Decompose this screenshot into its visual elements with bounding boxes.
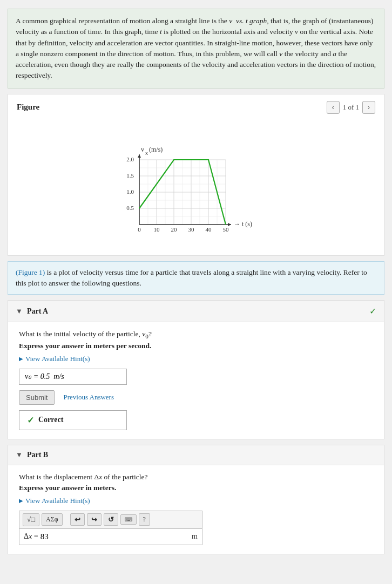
graph-container: 0.5 1.0 1.5 2.0 0 10 20 30 40 50 → t (s)… — [17, 119, 375, 249]
correct-label: Correct — [38, 416, 63, 424]
correct-check-icon: ✓ — [27, 415, 34, 425]
math-redo-button[interactable]: ↪ — [87, 513, 102, 526]
math-reset-button[interactable]: ↺ — [104, 513, 118, 526]
part-a-header[interactable]: ▼ Part A ✓ — [8, 301, 384, 322]
x-axis-label: → t (s) — [234, 220, 252, 228]
intro-box: A common graphical representation of mot… — [8, 9, 384, 89]
part-a-prev-answers-link[interactable]: Previous Answers — [63, 393, 114, 402]
part-a-section: ▼ Part A ✓ What is the initial velocity … — [8, 300, 384, 439]
x-label-50: 50 — [223, 226, 229, 233]
y-label-10: 1.0 — [126, 188, 134, 195]
description-text: is a plot of velocity versus time for a … — [16, 268, 367, 287]
math-sigma-button[interactable]: ΑΣφ — [42, 513, 63, 526]
math-undo-button[interactable]: ↩ — [70, 513, 85, 526]
part-b-header-left: ▼ Part B — [16, 451, 48, 459]
figure-section: Figure ‹ 1 of 1 › — [8, 94, 384, 256]
part-b-content: What is the displacement Δx of the parti… — [8, 465, 384, 554]
x-label-40: 40 — [206, 226, 212, 233]
part-a-input[interactable] — [19, 369, 127, 385]
math-help-button[interactable]: ? — [139, 513, 150, 526]
part-b-header[interactable]: ▼ Part B — [8, 445, 384, 465]
part-b-label: Part B — [27, 451, 48, 459]
x-label-30: 30 — [188, 226, 195, 233]
math-toolbar: √□ ΑΣφ ↩ ↪ ↺ ⌨ ? — [19, 511, 202, 528]
figure-page: 1 of 1 — [343, 103, 359, 112]
y-label-15: 1.5 — [126, 172, 134, 179]
next-figure-button[interactable]: › — [362, 101, 375, 114]
math-input-label: Δx = — [24, 532, 38, 541]
x-label-0: 0 — [138, 226, 141, 233]
svg-text:x: x — [145, 150, 148, 155]
y-label-20: 2.0 — [126, 156, 134, 162]
part-b-collapse-icon: ▼ — [16, 451, 23, 459]
part-b-section: ▼ Part B What is the displacement Δx of … — [8, 445, 384, 554]
part-a-collapse-icon: ▼ — [16, 307, 23, 316]
math-input-row: Δx = m — [19, 528, 202, 545]
description-box: (Figure 1) is a plot of velocity versus … — [8, 261, 384, 295]
part-b-input[interactable] — [40, 532, 190, 541]
part-a-question: What is the initial velocity of the part… — [19, 330, 373, 339]
figure-link[interactable]: (Figure 1) — [16, 268, 45, 276]
figure-title: Figure — [17, 103, 39, 112]
part-a-answer-row — [19, 369, 373, 385]
math-sqrt-button[interactable]: √□ — [23, 513, 39, 526]
svg-text:(m/s): (m/s) — [149, 146, 163, 153]
prev-figure-button[interactable]: ‹ — [327, 101, 340, 114]
figure-nav: ‹ 1 of 1 › — [327, 101, 375, 114]
part-a-submit-button[interactable]: Submit — [19, 390, 55, 405]
velocity-time-graph: 0.5 1.0 1.5 2.0 0 10 20 30 40 50 → t (s)… — [120, 125, 272, 243]
part-a-correct-box: ✓ Correct — [19, 410, 127, 430]
figure-header: Figure ‹ 1 of 1 › — [17, 101, 375, 114]
part-b-question: What is the displacement Δx of the parti… — [19, 473, 373, 481]
part-a-hint-link[interactable]: View Available Hint(s) — [19, 355, 373, 363]
y-label-05: 0.5 — [126, 205, 134, 211]
part-b-unit: m — [192, 532, 198, 541]
intro-text: A common graphical representation of mot… — [16, 17, 376, 79]
part-a-content: What is the initial velocity of the part… — [8, 322, 384, 439]
svg-marker-21 — [138, 154, 141, 158]
math-input-container: √□ ΑΣφ ↩ ↪ ↺ ⌨ ? Δx = m — [19, 511, 373, 545]
part-b-hint-link[interactable]: View Available Hint(s) — [19, 497, 373, 505]
part-b-instruction: Express your answer in meters. — [19, 484, 373, 492]
math-keyboard-button[interactable]: ⌨ — [120, 514, 137, 525]
y-axis-label: v — [141, 146, 144, 153]
x-label-20: 20 — [171, 226, 178, 233]
part-a-check-icon: ✓ — [369, 306, 376, 316]
part-a-header-left: ▼ Part A — [16, 307, 48, 316]
x-label-10: 10 — [154, 226, 160, 233]
part-a-instruction: Express your answer in meters per second… — [19, 342, 373, 350]
part-a-label: Part A — [27, 307, 48, 316]
